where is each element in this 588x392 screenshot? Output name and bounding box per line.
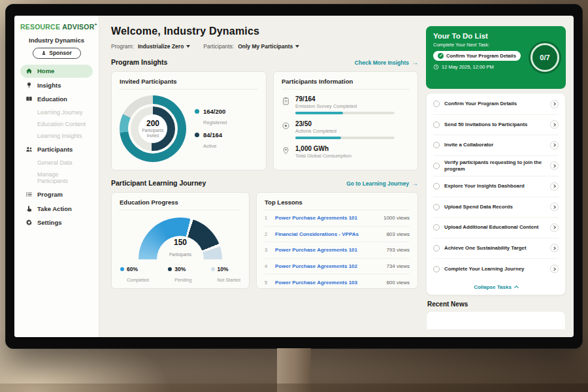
chevron-right-icon[interactable]: [550, 120, 559, 129]
participants-select[interactable]: Only My Participants: [238, 43, 299, 50]
chevron-right-icon[interactable]: [550, 223, 559, 232]
donut-legend: 164/200Registered 84/164Active: [195, 103, 227, 155]
todo-panel: Your To Do List Complete Your Next Task:…: [426, 26, 566, 337]
legend-dot: [195, 109, 199, 114]
section-title-learning-journey: Participant Learning Journey: [111, 179, 206, 187]
stat-actions-completed: 23/50 Actions Completed: [282, 120, 410, 139]
gauge-legend: 60%Completed 30%Pending 10%Not Started: [120, 266, 241, 284]
todo-header-card: Your To Do List Complete Your Next Task:…: [426, 26, 566, 89]
lesson-link[interactable]: Power Purchase Agreements 102: [275, 263, 381, 269]
donut-center-value: 200: [146, 119, 159, 128]
sidebar-item-general-data[interactable]: General Data: [20, 157, 93, 169]
sidebar-item-insights[interactable]: Insights: [20, 78, 93, 91]
task-row[interactable]: Confirm Your Program Details: [433, 94, 559, 115]
chevron-up-icon: [514, 286, 519, 290]
sidebar-nav: Home Insights Education Learning Journey…: [20, 65, 93, 229]
program-select[interactable]: Industrialize Zero: [138, 43, 190, 50]
task-checkbox[interactable]: [433, 142, 440, 148]
sidebar-item-learning-insights[interactable]: Learning Insights: [20, 130, 93, 142]
chevron-down-icon: [186, 45, 190, 48]
education-progress-gauge-chart: 150 Participants: [139, 218, 222, 259]
task-checkbox[interactable]: [433, 101, 440, 107]
task-checkbox[interactable]: [433, 224, 440, 231]
lesson-row: 2 Financial Considerations - VPPAs 803 v…: [265, 227, 410, 243]
legend-item-completed: 60%Completed: [120, 266, 149, 284]
logo-plus: +: [94, 22, 97, 27]
task-row[interactable]: Send 50 Invitations to Participants: [433, 115, 559, 136]
top-lessons-card: Top Lessons 1 Power Purchase Agreements …: [256, 192, 418, 289]
sidebar-item-education-content[interactable]: Education Content: [20, 118, 93, 130]
org-name: Industry Dynamics: [20, 37, 93, 44]
task-row[interactable]: Achieve One Sustainability Target: [433, 238, 559, 259]
sponsor-badge[interactable]: Sponsor: [33, 48, 81, 59]
sidebar-item-program[interactable]: Program: [20, 188, 93, 201]
sidebar-item-home[interactable]: Home: [20, 65, 93, 78]
recent-news-card: [426, 311, 566, 329]
lesson-link[interactable]: Power Purchase Agreements 101: [275, 215, 378, 221]
person-icon: [41, 50, 46, 56]
people-icon: [25, 146, 33, 153]
learning-cards-row: Education Progress 150 Participants: [111, 192, 418, 289]
check-more-insights-link[interactable]: Check More Insights →: [355, 59, 418, 66]
learning-journey-header: Participant Learning Journey Go to Learn…: [111, 179, 418, 187]
home-icon: [25, 67, 33, 74]
legend-dot: [120, 267, 124, 271]
chevron-down-icon: [295, 45, 299, 48]
sidebar-item-take-action[interactable]: Take Action: [20, 202, 93, 215]
legend-item-registered: 164/200Registered: [195, 108, 227, 127]
task-row[interactable]: Invite a Collaborator: [433, 135, 559, 156]
task-checkbox[interactable]: [433, 122, 440, 128]
task-checkbox[interactable]: [433, 204, 440, 210]
app-logo: RESOURCE ADVISOR+: [20, 22, 93, 31]
sidebar: RESOURCE ADVISOR+ Industry Dynamics Spon…: [14, 16, 99, 337]
chevron-right-icon[interactable]: [550, 161, 559, 170]
card-title: Top Lessons: [265, 199, 410, 210]
lesson-link[interactable]: Financial Considerations - VPPAs: [275, 231, 381, 237]
chevron-right-icon[interactable]: [550, 141, 559, 150]
stat-global-consumption: 1,000 GWh Total Global Consumption: [282, 145, 410, 159]
gauge-center-value: 150: [157, 238, 204, 247]
task-row[interactable]: Upload Spend Data Records: [433, 197, 559, 218]
chevron-right-icon[interactable]: [550, 203, 559, 211]
sidebar-item-manage-participants[interactable]: Manage Participants: [20, 169, 93, 187]
chevron-right-icon[interactable]: [550, 182, 559, 191]
sidebar-item-settings[interactable]: Settings: [20, 216, 93, 229]
go-to-learning-journey-link[interactable]: Go to Learning Journey →: [346, 180, 418, 187]
task-checkbox[interactable]: [433, 183, 440, 189]
todo-progress-badge: 0/7: [531, 43, 559, 72]
program-insights-header: Program Insights Check More Insights →: [111, 58, 418, 66]
sponsor-label: Sponsor: [49, 50, 71, 56]
insights-cards-row: Invited Participants 200 Participants In…: [111, 71, 418, 171]
book-icon: [25, 95, 33, 103]
chevron-right-icon[interactable]: [550, 265, 559, 273]
sidebar-item-learning-journey[interactable]: Learning Journey: [20, 106, 93, 118]
desk-edge: [0, 384, 588, 392]
task-row[interactable]: Verify participants requesting to join t…: [433, 156, 559, 177]
sidebar-item-education[interactable]: Education: [20, 93, 93, 106]
lesson-link[interactable]: Power Purchase Agreements 103: [275, 280, 381, 286]
legend-item-not-started: 10%Not Started: [211, 266, 240, 284]
list-icon: [25, 191, 33, 198]
legend-dot: [195, 133, 199, 137]
target-icon: [282, 121, 290, 129]
task-checkbox[interactable]: [433, 163, 440, 169]
task-checkbox[interactable]: [433, 245, 440, 252]
lightbulb-icon: [25, 82, 33, 89]
next-task-pill[interactable]: ✓ Confirm Your Program Details: [433, 51, 521, 61]
program-filter-label: Program:: [111, 43, 134, 50]
lesson-link[interactable]: Power Purchase Agreements 101: [275, 247, 381, 253]
chevron-right-icon[interactable]: [550, 244, 559, 252]
sidebar-item-participants[interactable]: Participants: [20, 143, 93, 156]
arrow-right-icon: →: [412, 59, 418, 66]
task-row[interactable]: Explore Your Insights Dashboard: [433, 176, 559, 197]
lesson-row: 4 Power Purchase Agreements 102 734 view…: [265, 259, 410, 275]
legend-dot: [168, 267, 172, 271]
chevron-right-icon[interactable]: [550, 100, 559, 108]
task-checkbox[interactable]: [433, 266, 440, 272]
gear-icon: [25, 219, 33, 226]
collapse-tasks-link[interactable]: Collapse Tasks: [433, 280, 559, 293]
gauge-center-label: Participants: [169, 252, 191, 257]
task-row[interactable]: Complete Your Learning Journey: [433, 259, 559, 280]
dashboard-app: RESOURCE ADVISOR+ Industry Dynamics Spon…: [14, 16, 574, 337]
task-row[interactable]: Upload Additional Educational Content: [433, 218, 559, 238]
